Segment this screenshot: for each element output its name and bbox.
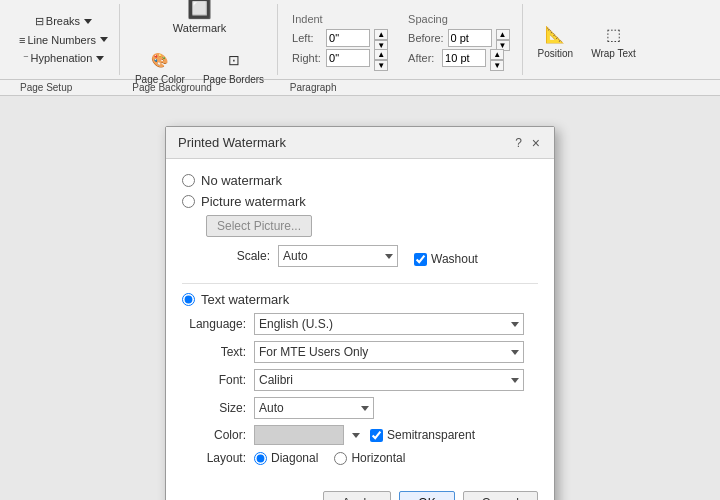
color-label: Color:: [182, 428, 254, 442]
page-borders-button[interactable]: ⊡ Page Borders: [196, 41, 271, 90]
language-label: Language:: [182, 317, 254, 331]
washout-checkbox[interactable]: [414, 253, 427, 266]
wrap-text-button[interactable]: ⬚ Wrap Text: [584, 15, 643, 64]
spacing-section: Spacing Before: ▲ ▼ After: ▲ ▼: [402, 9, 515, 71]
language-row: Language: English (U.S.): [182, 313, 538, 335]
indent-right-up[interactable]: ▲: [374, 49, 388, 60]
no-watermark-label[interactable]: No watermark: [201, 173, 282, 188]
arrange-group: 📐 Position ⬚ Wrap Text: [525, 4, 649, 75]
font-label: Font:: [182, 373, 254, 387]
paragraph-label[interactable]: Paragraph: [260, 82, 367, 93]
spacing-after-input[interactable]: [442, 49, 486, 67]
indent-right-spin[interactable]: ▲ ▼: [374, 49, 388, 67]
spacing-before-spin[interactable]: ▲ ▼: [496, 29, 510, 47]
watermark-button[interactable]: 🔲 Watermark: [166, 0, 233, 39]
cancel-button[interactable]: Cancel: [463, 491, 538, 500]
dialog-title: Printed Watermark: [178, 135, 286, 150]
hyphenation-icon: ⁻: [23, 52, 29, 65]
text-label: Text:: [182, 345, 254, 359]
horizontal-radio[interactable]: [334, 452, 347, 465]
printed-watermark-dialog: Printed Watermark ? × No watermark Pictu…: [165, 126, 555, 500]
line-numbers-button[interactable]: ≡ Line Numbers: [14, 32, 113, 48]
indent-left-spin[interactable]: ▲ ▼: [374, 29, 388, 47]
watermark-icon: 🔲: [186, 0, 214, 22]
text-row: Text: For MTE Users Only: [182, 341, 538, 363]
wrap-text-icon: ⬚: [599, 20, 627, 48]
size-combo[interactable]: Auto: [254, 397, 374, 419]
scale-combo-arrow-icon: [385, 254, 393, 259]
apply-button[interactable]: Apply: [323, 491, 391, 500]
page-color-button[interactable]: 🎨 Page Color: [128, 41, 192, 90]
line-numbers-arrow-icon: [100, 37, 108, 42]
hyphenation-arrow-icon: [96, 56, 104, 61]
scale-combo[interactable]: Auto: [278, 245, 398, 267]
page-background-group: 🔲 Watermark 🎨 Page Color ⊡ Page Borders: [122, 4, 278, 75]
size-label: Size:: [182, 401, 254, 415]
language-combo[interactable]: English (U.S.): [254, 313, 524, 335]
select-picture-button: Select Picture...: [206, 215, 312, 237]
semitransparent-label[interactable]: Semitransparent: [387, 428, 475, 442]
hyphenation-button[interactable]: ⁻ Hyphenation: [18, 50, 110, 67]
dialog-close-button[interactable]: ×: [530, 136, 542, 150]
indent-right-down[interactable]: ▼: [374, 60, 388, 71]
page-setup-label[interactable]: Page Setup: [8, 82, 84, 93]
layout-label: Layout:: [182, 451, 254, 465]
line-numbers-icon: ≡: [19, 34, 25, 46]
breaks-group: ⊟ Breaks ≡ Line Numbers ⁻ Hyphenation: [8, 4, 120, 75]
color-swatch: [254, 425, 344, 445]
text-combo[interactable]: For MTE Users Only: [254, 341, 524, 363]
layout-options: Diagonal Horizontal: [254, 451, 405, 465]
no-watermark-radio[interactable]: [182, 174, 195, 187]
indent-left-input[interactable]: [326, 29, 370, 47]
color-combo[interactable]: [254, 425, 360, 445]
ok-button[interactable]: OK: [399, 491, 454, 500]
scale-label: Scale:: [206, 249, 278, 263]
dialog-help-button[interactable]: ?: [515, 136, 522, 150]
breaks-button[interactable]: ⊟ Breaks: [30, 13, 97, 30]
main-content: Printed Watermark ? × No watermark Pictu…: [0, 96, 720, 500]
diagonal-row: Diagonal: [254, 451, 318, 465]
paragraph-group: Indent Left: ▲ ▼ Right: ▲ ▼ Spacing: [280, 4, 522, 75]
layout-row: Layout: Diagonal Horizontal: [182, 451, 538, 465]
dialog-body: No watermark Picture watermark Select Pi…: [166, 159, 554, 483]
scale-row: Scale: Auto: [206, 245, 398, 267]
toolbar: ⊟ Breaks ≡ Line Numbers ⁻ Hyphenation 🔲 …: [0, 0, 720, 80]
color-combo-arrow-icon: [352, 433, 360, 438]
diagonal-label[interactable]: Diagonal: [271, 451, 318, 465]
dialog-titlebar: Printed Watermark ? ×: [166, 127, 554, 159]
horizontal-row: Horizontal: [334, 451, 405, 465]
text-combo-arrow-icon: [511, 350, 519, 355]
page-color-icon: 🎨: [146, 46, 174, 74]
diagonal-radio[interactable]: [254, 452, 267, 465]
washout-label[interactable]: Washout: [431, 252, 478, 266]
page-borders-icon: ⊡: [220, 46, 248, 74]
breaks-arrow-icon: [84, 19, 92, 24]
breaks-icon: ⊟: [35, 15, 44, 28]
picture-watermark-label[interactable]: Picture watermark: [201, 194, 306, 209]
indent-left-up[interactable]: ▲: [374, 29, 388, 40]
semitransparent-row: Semitransparent: [370, 428, 475, 442]
spacing-before-up[interactable]: ▲: [496, 29, 510, 40]
no-watermark-row: No watermark: [182, 173, 538, 188]
position-button[interactable]: 📐 Position: [531, 15, 581, 64]
text-watermark-row: Text watermark: [182, 292, 538, 307]
indent-right-input[interactable]: [326, 49, 370, 67]
horizontal-label[interactable]: Horizontal: [351, 451, 405, 465]
picture-watermark-radio[interactable]: [182, 195, 195, 208]
spacing-before-input[interactable]: [448, 29, 492, 47]
washout-row: Washout: [414, 252, 478, 266]
spacing-after-down[interactable]: ▼: [490, 60, 504, 71]
spacing-after-up[interactable]: ▲: [490, 49, 504, 60]
font-combo[interactable]: Calibri: [254, 369, 524, 391]
semitransparent-checkbox[interactable]: [370, 429, 383, 442]
text-watermark-label[interactable]: Text watermark: [201, 292, 289, 307]
language-combo-arrow-icon: [511, 322, 519, 327]
color-row: Color: Semitransparent: [182, 425, 538, 445]
text-watermark-radio[interactable]: [182, 293, 195, 306]
picture-options: Scale: Auto Washout: [206, 245, 538, 273]
size-combo-arrow-icon: [361, 406, 369, 411]
spacing-after-spin[interactable]: ▲ ▼: [490, 49, 504, 67]
ribbon-labels: Page Setup Page Background Paragraph: [0, 80, 720, 96]
indent-section: Indent Left: ▲ ▼ Right: ▲ ▼: [286, 9, 394, 71]
dialog-footer: Apply OK Cancel: [166, 483, 554, 500]
